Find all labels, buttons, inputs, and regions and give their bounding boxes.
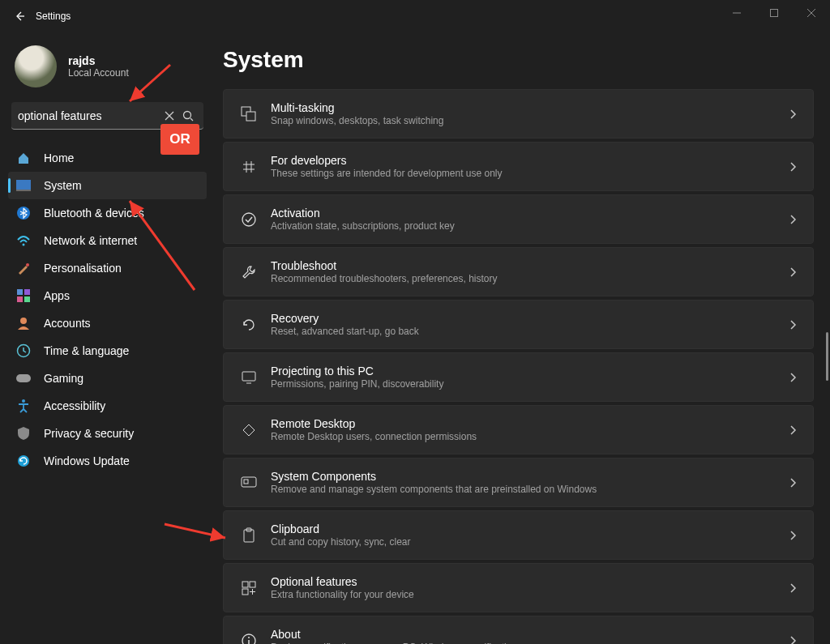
card-title: Activation (271, 207, 789, 220)
card-title: Projecting to this PC (271, 365, 789, 377)
chevron-right-icon (789, 319, 797, 331)
chevron-right-icon (789, 424, 797, 436)
nav-label: Accounts (44, 317, 91, 330)
svg-point-34 (248, 637, 250, 638)
nav-gaming[interactable]: Gaming (8, 365, 207, 392)
system-clipboard[interactable]: ClipboardCut and copy history, sync, cle… (223, 510, 814, 560)
titlebar: Settings (0, 0, 830, 32)
accessibility-icon (15, 397, 32, 415)
nav-accessibility[interactable]: Accessibility (8, 392, 207, 420)
card-desc: Remove and manage system components that… (271, 484, 789, 495)
card-title: System Components (271, 470, 789, 483)
card-desc: Permissions, pairing PIN, discoverabilit… (271, 378, 789, 390)
search-icon[interactable] (178, 105, 197, 126)
clock-icon (15, 342, 32, 360)
svg-line-7 (190, 118, 193, 121)
card-title: Recovery (271, 312, 789, 325)
nav-label: Network & internet (44, 234, 137, 247)
profile-button[interactable]: rajds Local Account (3, 41, 212, 99)
nav-system[interactable]: System (8, 172, 207, 199)
search-input[interactable] (18, 109, 160, 122)
card-title: Troubleshoot (271, 259, 789, 272)
close-button[interactable] (793, 0, 830, 26)
developers-icon (237, 159, 261, 175)
check-circle-icon (237, 211, 261, 228)
system-projecting[interactable]: Projecting to this PCPermissions, pairin… (223, 352, 814, 402)
system-remote-desktop[interactable]: Remote DesktopRemote Desktop users, conn… (223, 405, 814, 454)
system-optional-features[interactable]: Optional featuresExtra functionality for… (223, 563, 814, 612)
nav-personalisation[interactable]: Personalisation (8, 254, 207, 282)
chevron-right-icon (789, 109, 797, 120)
svg-rect-31 (250, 582, 255, 587)
nav-apps[interactable]: Apps (8, 282, 207, 309)
apps-icon (15, 287, 32, 305)
nav-label: System (44, 179, 82, 192)
card-desc: Snap windows, desktops, task switching (271, 115, 789, 126)
system-developers[interactable]: For developersThese settings are intende… (223, 142, 814, 191)
wifi-icon (15, 232, 32, 249)
nav: Home System Bluetooth & devices Network … (3, 144, 212, 475)
svg-rect-23 (246, 112, 255, 121)
nav-privacy[interactable]: Privacy & security (8, 420, 207, 447)
nav-label: Accessibility (44, 399, 105, 412)
nav-label: Home (44, 151, 74, 164)
remote-icon (237, 422, 261, 438)
svg-point-12 (26, 263, 29, 267)
chevron-right-icon (789, 267, 797, 278)
system-components[interactable]: System ComponentsRemove and manage syste… (223, 458, 814, 507)
optional-features-icon (237, 580, 261, 596)
svg-point-6 (183, 111, 190, 118)
svg-rect-27 (244, 480, 248, 484)
bluetooth-icon (15, 204, 32, 222)
window-title: Settings (36, 11, 71, 22)
avatar (15, 45, 57, 87)
card-desc: Activation state, subscriptions, product… (271, 220, 789, 232)
svg-rect-1 (771, 10, 778, 17)
nav-bluetooth[interactable]: Bluetooth & devices (8, 199, 207, 227)
chevron-right-icon (789, 161, 797, 173)
nav-accounts[interactable]: Accounts (8, 309, 207, 337)
card-title: Clipboard (271, 522, 789, 535)
nav-label: Gaming (44, 372, 83, 385)
nav-update[interactable]: Windows Update (8, 447, 207, 475)
system-activation[interactable]: ActivationActivation state, subscription… (223, 194, 814, 244)
nav-label: Windows Update (44, 454, 130, 467)
svg-point-24 (242, 213, 255, 226)
nav-label: Personalisation (44, 262, 122, 275)
card-desc: Cut and copy history, sync, clear (271, 536, 789, 548)
system-multitasking[interactable]: Multi-taskingSnap windows, desktops, tas… (223, 89, 814, 139)
svg-point-20 (22, 399, 25, 403)
scrollbar-thumb[interactable] (826, 332, 828, 381)
svg-rect-9 (16, 190, 31, 191)
minimize-button[interactable] (718, 0, 755, 26)
card-desc: Extra functionality for your device (271, 589, 789, 600)
system-about[interactable]: AboutDevice specifications, rename PC, W… (223, 616, 814, 644)
system-troubleshoot[interactable]: TroubleshootRecommended troubleshooters,… (223, 247, 814, 296)
card-desc: These settings are intended for developm… (271, 168, 789, 179)
card-title: About (271, 628, 789, 641)
wrench-icon (237, 264, 261, 280)
chevron-right-icon (789, 635, 797, 645)
multitask-icon (237, 106, 261, 122)
svg-rect-30 (242, 582, 248, 587)
chevron-right-icon (789, 582, 797, 594)
maximize-button[interactable] (755, 0, 793, 26)
clear-search-button[interactable] (160, 105, 178, 126)
card-desc: Remote Desktop users, connection permiss… (271, 431, 789, 442)
user-name: rajds (68, 54, 129, 67)
user-account-type: Local Account (68, 67, 129, 79)
back-button[interactable] (3, 0, 36, 32)
svg-point-11 (23, 244, 25, 246)
nav-time[interactable]: Time & language (8, 337, 207, 365)
chevron-right-icon (789, 372, 797, 383)
card-desc: Recommended troubleshooters, preferences… (271, 273, 789, 284)
svg-rect-14 (24, 289, 30, 295)
nav-network[interactable]: Network & internet (8, 227, 207, 254)
page-title: System (223, 47, 814, 73)
svg-rect-13 (17, 289, 23, 295)
svg-rect-16 (24, 296, 30, 302)
annotation-or-badge: OR (160, 124, 199, 155)
nav-label: Privacy & security (44, 427, 134, 440)
main-content: System Multi-taskingSnap windows, deskto… (215, 32, 830, 644)
system-recovery[interactable]: RecoveryReset, advanced start-up, go bac… (223, 300, 814, 349)
